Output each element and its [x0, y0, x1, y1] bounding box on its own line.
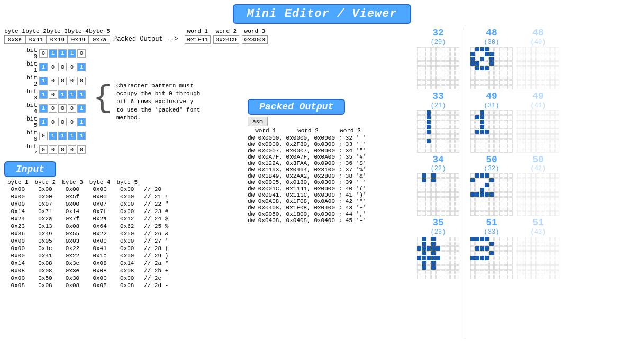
word1-label: word 1: [187, 28, 208, 34]
bit-cell-5-4: 1: [77, 118, 86, 126]
char-pixel-48-3-8: [509, 61, 513, 66]
char-pixel-partial-33-6-6: [546, 139, 550, 143]
input-cell-11-3: 0x08: [86, 267, 114, 274]
char-pixel-48-2-7: [504, 57, 508, 61]
char-number-partial-34: 50: [532, 155, 544, 165]
input-cell-12-3: 0x00: [86, 274, 114, 282]
char-pixel-49-1-0: [470, 115, 475, 119]
char-pixel-49-6-0: [470, 139, 475, 143]
char-pixel-32-5-7: [450, 71, 455, 75]
char-pixel-partial-35-2-3: [531, 246, 536, 251]
char-pixel-50-4-5: [494, 192, 498, 197]
char-pixel-51-8-6: [499, 275, 503, 279]
char-pixel-partial-32-4-0: [517, 66, 521, 70]
bit-cell-7-0: 0: [39, 145, 48, 154]
col-divider-0: [465, 28, 465, 339]
char-pixel-33-7-1: [422, 144, 426, 148]
char-pixel-48-5-1: [475, 71, 479, 75]
char-pixel-33-1-4: [436, 115, 440, 119]
char-pixel-50-2-2: [480, 183, 484, 187]
char-pixel-partial-34-5-4: [536, 197, 540, 201]
char-pixel-partial-34-5-6: [546, 197, 550, 201]
char-pixel-32-5-5: [441, 71, 445, 75]
char-pixel-partial-33-8-3: [531, 149, 536, 153]
char-pixel-32-3-4: [436, 61, 440, 66]
char-pixel-35-8-7: [450, 275, 455, 279]
char-pixel-35-2-4: [436, 246, 440, 251]
char-pixel-51-8-0: [470, 275, 475, 279]
char-pixel-35-6-7: [450, 265, 455, 270]
char-pixel-partial-32-2-8: [555, 57, 559, 61]
char-pixel-partial-33-3-3: [531, 125, 536, 129]
char-pixel-48-3-7: [504, 61, 508, 66]
char-pixel-49-7-7: [504, 144, 508, 148]
char-pixel-partial-34-7-5: [541, 207, 545, 211]
char-pixel-partial-32-5-4: [536, 71, 540, 75]
char-pixel-48-1-1: [475, 52, 479, 56]
char-pixel-34-2-1: [422, 183, 426, 187]
char-sub-partial-35: (43): [531, 228, 546, 236]
input-cell-0-3: 0x00: [86, 186, 114, 193]
char-pixel-partial-34-4-4: [536, 192, 540, 197]
char-pixel-32-6-4: [436, 76, 440, 80]
char-pixel-partial-33-3-7: [550, 125, 555, 129]
input-cell-1-5: // 21 !: [141, 193, 171, 200]
char-pixel-33-6-4: [436, 139, 440, 143]
char-pixel-partial-32-0-0: [517, 47, 521, 51]
char-pixel-34-0-8: [455, 173, 459, 178]
char-pixel-50-6-1: [475, 202, 479, 206]
char-sub-partial-34: (42): [531, 165, 546, 172]
char-pixel-32-5-0: [417, 71, 421, 75]
char-pixel-32-4-4: [436, 66, 440, 70]
char-pixel-50-8-1: [475, 211, 479, 216]
char-pixel-partial-32-1-1: [522, 52, 526, 56]
char-pixel-32-2-4: [436, 57, 440, 61]
char-pixel-32-4-1: [422, 66, 426, 70]
char-pixel-33-6-0: [417, 139, 421, 143]
input-col-header-1: byte 2: [32, 179, 59, 186]
char-pixel-partial-34-6-8: [555, 202, 559, 206]
char-pixel-partial-34-8-4: [536, 211, 540, 216]
char-pixel-partial-35-5-8: [555, 261, 559, 265]
char-pixel-49-0-4: [489, 110, 494, 115]
char-sub-33: (21): [431, 102, 446, 109]
bit-cells-7: 00000: [39, 145, 86, 154]
char-pixel-50-1-4: [489, 178, 494, 182]
char-pixel-50-6-3: [485, 202, 489, 206]
char-pixel-49-0-6: [499, 110, 503, 115]
char-pixel-partial-33-1-2: [527, 115, 531, 119]
char-pixel-35-4-4: [436, 256, 440, 260]
char-pixel-partial-33-8-8: [555, 149, 559, 153]
char-pixel-32-3-5: [441, 61, 445, 66]
char-pixel-32-7-0: [417, 80, 421, 85]
bit-row-label-5: bit 5: [20, 116, 37, 128]
char-pixel-34-1-0: [417, 178, 421, 182]
char-pixel-33-3-8: [455, 125, 459, 129]
char-pixel-partial-34-6-6: [546, 202, 550, 206]
bit-cell-4-4: 1: [77, 104, 86, 113]
char-pixel-partial-33-2-7: [550, 120, 555, 124]
char-pixel-50-0-2: [480, 173, 484, 178]
char-pixel-partial-35-3-1: [522, 251, 526, 255]
char-pixel-49-4-0: [470, 130, 475, 134]
char-pixel-partial-33-6-7: [550, 139, 555, 143]
char-pixel-48-4-3: [485, 66, 489, 70]
input-row-0: 0x000x000x000x000x00// 20: [4, 186, 171, 193]
char-pixel-50-4-6: [499, 192, 503, 197]
bit-cell-6-1: 1: [49, 132, 57, 140]
char-pixel-partial-34-8-6: [546, 211, 550, 216]
input-cell-10-2: 0x3e: [59, 260, 86, 267]
char-pixel-50-8-4: [489, 211, 494, 216]
char-pixel-35-6-2: [427, 265, 431, 270]
asm-tab[interactable]: asm: [248, 117, 268, 126]
char-pixel-51-3-3: [485, 251, 489, 255]
bit-cell-5-1: 0: [49, 118, 57, 126]
char-pixel-partial-33-2-4: [536, 120, 540, 124]
char-pixel-51-6-3: [485, 265, 489, 270]
char-pixel-51-4-1: [475, 256, 479, 260]
char-block-partial-33: 49(41): [517, 91, 559, 153]
char-pixel-49-8-5: [494, 149, 498, 153]
char-pixel-32-8-0: [417, 85, 421, 89]
char-pixel-33-4-7: [450, 130, 455, 134]
input-col-header-2: byte 3: [59, 179, 86, 186]
